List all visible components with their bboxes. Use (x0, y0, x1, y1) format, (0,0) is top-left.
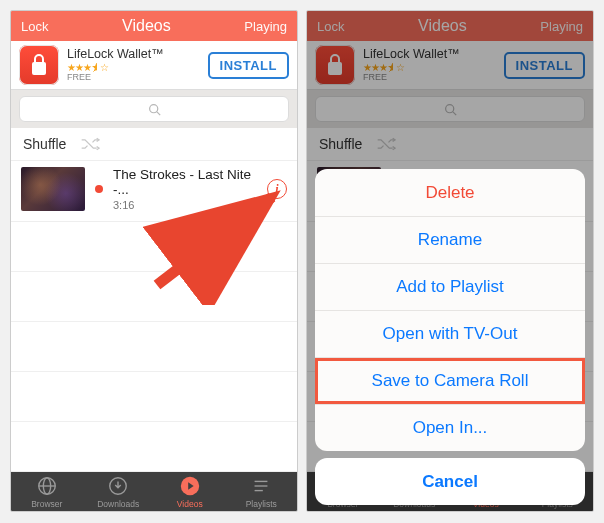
info-button[interactable]: i (267, 179, 287, 199)
lock-icon (19, 45, 59, 85)
screenshot-left: Lock Videos Playing LifeLock Wallet™ ★★★… (10, 10, 298, 512)
search-input[interactable] (19, 96, 289, 122)
nav-bar: Lock Videos Playing (11, 11, 297, 41)
tab-label: Playlists (246, 499, 277, 509)
nav-title: Videos (122, 17, 171, 35)
video-title: The Strokes - Last Nite -... (113, 167, 257, 197)
svg-rect-0 (32, 62, 46, 75)
globe-icon (36, 475, 58, 497)
ad-title: LifeLock Wallet™ (67, 48, 200, 62)
install-button[interactable]: INSTALL (208, 52, 289, 79)
svg-point-1 (149, 105, 157, 113)
screenshot-right: Lock Videos Playing LifeLock Wallet™ ★★★… (306, 10, 594, 512)
action-cancel[interactable]: Cancel (315, 458, 585, 505)
ad-text: LifeLock Wallet™ ★★★⯨☆ FREE (67, 48, 200, 83)
shuffle-icon (80, 137, 100, 151)
action-sheet: Delete Rename Add to Playlist Open with … (315, 169, 585, 505)
empty-rows (11, 222, 297, 472)
video-row[interactable]: The Strokes - Last Nite -... 3:16 i (11, 161, 297, 222)
action-add-to-playlist[interactable]: Add to Playlist (315, 263, 585, 310)
nav-playing-button[interactable]: Playing (244, 19, 287, 34)
tab-playlists[interactable]: Playlists (226, 472, 298, 511)
tab-browser[interactable]: Browser (11, 472, 83, 511)
action-open-with-tv-out[interactable]: Open with TV-Out (315, 310, 585, 357)
tab-label: Browser (31, 499, 62, 509)
tab-videos[interactable]: Videos (154, 472, 226, 511)
video-thumbnail (21, 167, 85, 211)
action-save-to-camera-roll[interactable]: Save to Camera Roll (315, 357, 585, 404)
download-icon (107, 475, 129, 497)
search-icon (148, 103, 161, 116)
tab-label: Videos (177, 499, 203, 509)
action-sheet-group: Delete Rename Add to Playlist Open with … (315, 169, 585, 451)
video-duration: 3:16 (113, 199, 257, 211)
tab-label: Downloads (97, 499, 139, 509)
shuffle-row[interactable]: Shuffle (11, 128, 297, 161)
playlist-icon (250, 475, 272, 497)
play-icon (179, 475, 201, 497)
search-area (11, 90, 297, 128)
action-delete[interactable]: Delete (315, 169, 585, 216)
action-rename[interactable]: Rename (315, 216, 585, 263)
ad-free-label: FREE (67, 73, 200, 83)
ad-banner[interactable]: LifeLock Wallet™ ★★★⯨☆ FREE INSTALL (11, 41, 297, 90)
tab-bar: Browser Downloads Videos Playlists (11, 472, 297, 511)
tab-downloads[interactable]: Downloads (83, 472, 155, 511)
video-meta: The Strokes - Last Nite -... 3:16 (113, 167, 257, 211)
shuffle-label: Shuffle (23, 136, 66, 152)
unplayed-dot-icon (95, 185, 103, 193)
action-open-in[interactable]: Open In... (315, 404, 585, 451)
svg-line-2 (156, 112, 159, 115)
nav-lock-button[interactable]: Lock (21, 19, 48, 34)
